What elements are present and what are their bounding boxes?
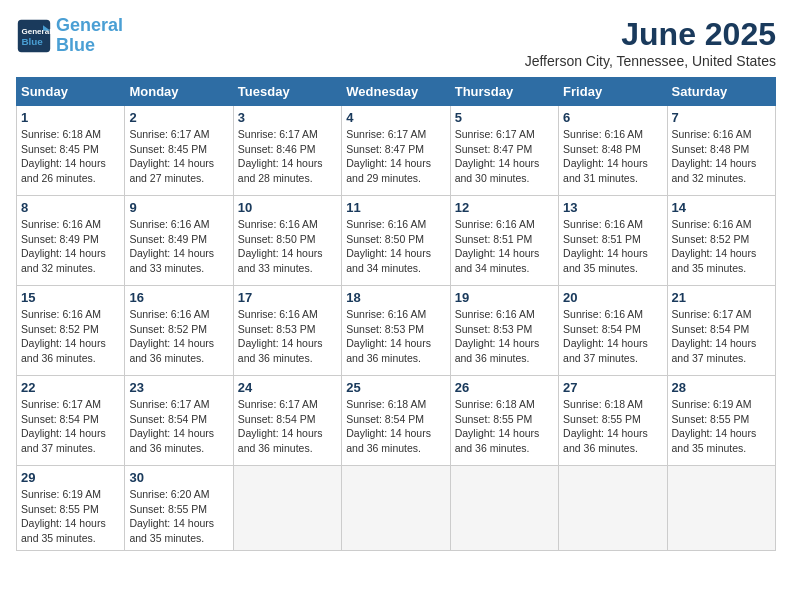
sunset-text: Sunset: 8:45 PM	[21, 143, 99, 155]
sunrise-text: Sunrise: 6:18 AM	[455, 398, 535, 410]
day-info: Sunrise: 6:17 AM Sunset: 8:47 PM Dayligh…	[346, 127, 445, 186]
sunrise-text: Sunrise: 6:16 AM	[129, 218, 209, 230]
day-number: 13	[563, 200, 662, 215]
day-cell: 29 Sunrise: 6:19 AM Sunset: 8:55 PM Dayl…	[17, 466, 125, 551]
daylight-text: Daylight: 14 hours and 36 minutes.	[21, 337, 106, 364]
day-cell: 25 Sunrise: 6:18 AM Sunset: 8:54 PM Dayl…	[342, 376, 450, 466]
month-title: June 2025	[525, 16, 776, 53]
day-number: 5	[455, 110, 554, 125]
sunset-text: Sunset: 8:47 PM	[346, 143, 424, 155]
calendar-week-row: 1 Sunrise: 6:18 AM Sunset: 8:45 PM Dayli…	[17, 106, 776, 196]
sunset-text: Sunset: 8:50 PM	[238, 233, 316, 245]
daylight-text: Daylight: 14 hours and 37 minutes.	[563, 337, 648, 364]
sunrise-text: Sunrise: 6:16 AM	[563, 218, 643, 230]
sunrise-text: Sunrise: 6:16 AM	[346, 218, 426, 230]
sunset-text: Sunset: 8:46 PM	[238, 143, 316, 155]
daylight-text: Daylight: 14 hours and 35 minutes.	[672, 427, 757, 454]
sunset-text: Sunset: 8:53 PM	[346, 323, 424, 335]
sunset-text: Sunset: 8:45 PM	[129, 143, 207, 155]
day-number: 19	[455, 290, 554, 305]
sunrise-text: Sunrise: 6:19 AM	[21, 488, 101, 500]
sunset-text: Sunset: 8:50 PM	[346, 233, 424, 245]
empty-day-cell	[559, 466, 667, 551]
daylight-text: Daylight: 14 hours and 36 minutes.	[455, 427, 540, 454]
weekday-header: Tuesday	[233, 78, 341, 106]
logo: General Blue GeneralBlue	[16, 16, 123, 56]
day-number: 7	[672, 110, 771, 125]
sunrise-text: Sunrise: 6:19 AM	[672, 398, 752, 410]
day-number: 6	[563, 110, 662, 125]
day-info: Sunrise: 6:16 AM Sunset: 8:52 PM Dayligh…	[672, 217, 771, 276]
day-cell: 24 Sunrise: 6:17 AM Sunset: 8:54 PM Dayl…	[233, 376, 341, 466]
logo-text: GeneralBlue	[56, 16, 123, 56]
sunrise-text: Sunrise: 6:16 AM	[346, 308, 426, 320]
daylight-text: Daylight: 14 hours and 36 minutes.	[129, 427, 214, 454]
day-info: Sunrise: 6:18 AM Sunset: 8:55 PM Dayligh…	[455, 397, 554, 456]
weekday-header: Saturday	[667, 78, 775, 106]
daylight-text: Daylight: 14 hours and 35 minutes.	[21, 517, 106, 544]
day-info: Sunrise: 6:19 AM Sunset: 8:55 PM Dayligh…	[21, 487, 120, 546]
sunset-text: Sunset: 8:52 PM	[21, 323, 99, 335]
day-cell: 16 Sunrise: 6:16 AM Sunset: 8:52 PM Dayl…	[125, 286, 233, 376]
sunset-text: Sunset: 8:54 PM	[21, 413, 99, 425]
daylight-text: Daylight: 14 hours and 35 minutes.	[563, 247, 648, 274]
day-cell: 20 Sunrise: 6:16 AM Sunset: 8:54 PM Dayl…	[559, 286, 667, 376]
day-info: Sunrise: 6:16 AM Sunset: 8:49 PM Dayligh…	[129, 217, 228, 276]
day-cell: 3 Sunrise: 6:17 AM Sunset: 8:46 PM Dayli…	[233, 106, 341, 196]
daylight-text: Daylight: 14 hours and 33 minutes.	[238, 247, 323, 274]
daylight-text: Daylight: 14 hours and 37 minutes.	[21, 427, 106, 454]
calendar-week-row: 15 Sunrise: 6:16 AM Sunset: 8:52 PM Dayl…	[17, 286, 776, 376]
empty-day-cell	[667, 466, 775, 551]
daylight-text: Daylight: 14 hours and 36 minutes.	[238, 337, 323, 364]
day-cell: 15 Sunrise: 6:16 AM Sunset: 8:52 PM Dayl…	[17, 286, 125, 376]
daylight-text: Daylight: 14 hours and 37 minutes.	[672, 337, 757, 364]
day-number: 29	[21, 470, 120, 485]
day-info: Sunrise: 6:16 AM Sunset: 8:51 PM Dayligh…	[563, 217, 662, 276]
day-cell: 9 Sunrise: 6:16 AM Sunset: 8:49 PM Dayli…	[125, 196, 233, 286]
day-info: Sunrise: 6:19 AM Sunset: 8:55 PM Dayligh…	[672, 397, 771, 456]
day-info: Sunrise: 6:16 AM Sunset: 8:50 PM Dayligh…	[346, 217, 445, 276]
sunset-text: Sunset: 8:53 PM	[238, 323, 316, 335]
daylight-text: Daylight: 14 hours and 36 minutes.	[129, 337, 214, 364]
sunset-text: Sunset: 8:49 PM	[129, 233, 207, 245]
sunset-text: Sunset: 8:52 PM	[672, 233, 750, 245]
day-cell: 1 Sunrise: 6:18 AM Sunset: 8:45 PM Dayli…	[17, 106, 125, 196]
daylight-text: Daylight: 14 hours and 33 minutes.	[129, 247, 214, 274]
day-number: 26	[455, 380, 554, 395]
daylight-text: Daylight: 14 hours and 36 minutes.	[346, 427, 431, 454]
day-number: 3	[238, 110, 337, 125]
day-cell: 18 Sunrise: 6:16 AM Sunset: 8:53 PM Dayl…	[342, 286, 450, 376]
day-number: 4	[346, 110, 445, 125]
day-cell: 6 Sunrise: 6:16 AM Sunset: 8:48 PM Dayli…	[559, 106, 667, 196]
sunrise-text: Sunrise: 6:17 AM	[672, 308, 752, 320]
sunrise-text: Sunrise: 6:18 AM	[346, 398, 426, 410]
calendar-week-row: 29 Sunrise: 6:19 AM Sunset: 8:55 PM Dayl…	[17, 466, 776, 551]
sunrise-text: Sunrise: 6:16 AM	[129, 308, 209, 320]
daylight-text: Daylight: 14 hours and 30 minutes.	[455, 157, 540, 184]
day-cell: 28 Sunrise: 6:19 AM Sunset: 8:55 PM Dayl…	[667, 376, 775, 466]
day-info: Sunrise: 6:16 AM Sunset: 8:48 PM Dayligh…	[563, 127, 662, 186]
sunrise-text: Sunrise: 6:20 AM	[129, 488, 209, 500]
day-cell: 27 Sunrise: 6:18 AM Sunset: 8:55 PM Dayl…	[559, 376, 667, 466]
day-cell: 22 Sunrise: 6:17 AM Sunset: 8:54 PM Dayl…	[17, 376, 125, 466]
day-number: 16	[129, 290, 228, 305]
day-info: Sunrise: 6:20 AM Sunset: 8:55 PM Dayligh…	[129, 487, 228, 546]
sunset-text: Sunset: 8:54 PM	[346, 413, 424, 425]
sunrise-text: Sunrise: 6:16 AM	[563, 128, 643, 140]
day-info: Sunrise: 6:17 AM Sunset: 8:54 PM Dayligh…	[21, 397, 120, 456]
sunrise-text: Sunrise: 6:17 AM	[21, 398, 101, 410]
empty-day-cell	[450, 466, 558, 551]
sunset-text: Sunset: 8:55 PM	[563, 413, 641, 425]
day-info: Sunrise: 6:17 AM Sunset: 8:46 PM Dayligh…	[238, 127, 337, 186]
day-cell: 17 Sunrise: 6:16 AM Sunset: 8:53 PM Dayl…	[233, 286, 341, 376]
day-number: 28	[672, 380, 771, 395]
day-number: 23	[129, 380, 228, 395]
sunset-text: Sunset: 8:54 PM	[129, 413, 207, 425]
day-number: 17	[238, 290, 337, 305]
sunset-text: Sunset: 8:54 PM	[563, 323, 641, 335]
day-info: Sunrise: 6:16 AM Sunset: 8:53 PM Dayligh…	[346, 307, 445, 366]
day-number: 30	[129, 470, 228, 485]
daylight-text: Daylight: 14 hours and 29 minutes.	[346, 157, 431, 184]
day-info: Sunrise: 6:16 AM Sunset: 8:54 PM Dayligh…	[563, 307, 662, 366]
day-info: Sunrise: 6:17 AM Sunset: 8:47 PM Dayligh…	[455, 127, 554, 186]
